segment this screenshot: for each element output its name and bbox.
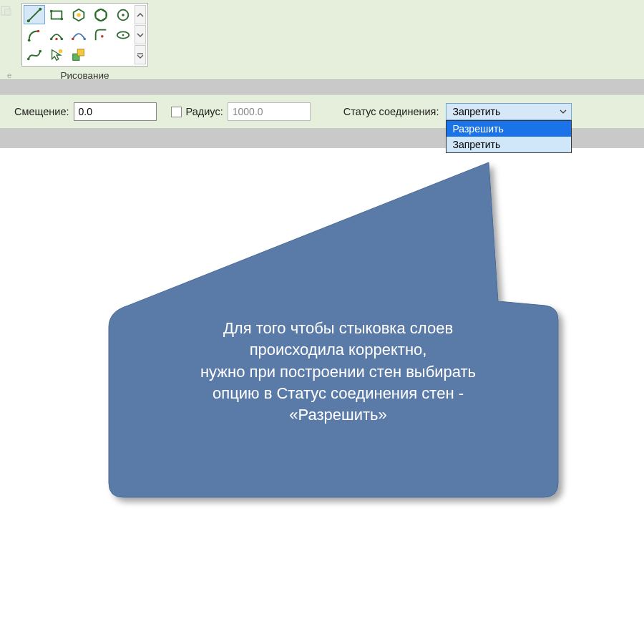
arc-center-icon	[49, 27, 64, 43]
stub-letter: e	[0, 71, 19, 79]
expand-palette[interactable]	[135, 45, 146, 64]
svg-point-16	[50, 37, 53, 40]
chevron-down-icon	[560, 108, 567, 115]
line-icon	[26, 7, 42, 23]
dim-group-icon	[0, 4, 14, 19]
panel-label: Рисование	[61, 67, 109, 81]
svg-rect-1	[5, 9, 11, 15]
tool-arc-center[interactable]	[46, 25, 67, 44]
svg-point-7	[61, 17, 64, 20]
callout-text: Для того чтобы стыковка слоев происходил…	[125, 318, 551, 426]
combo-option-deny[interactable]: Запретить	[447, 137, 571, 152]
svg-point-13	[122, 14, 125, 16]
chevron-up-icon	[137, 11, 144, 19]
svg-point-18	[55, 37, 58, 40]
svg-rect-5	[52, 11, 62, 19]
svg-point-6	[50, 9, 53, 12]
svg-point-20	[83, 37, 86, 40]
callout-line1: Для того чтобы стыковка слоев	[125, 318, 551, 339]
tool-rectangle[interactable]	[46, 5, 67, 24]
offset-input[interactable]	[74, 102, 157, 121]
tool-polygon-out[interactable]	[90, 5, 112, 24]
tool-spline[interactable]	[24, 45, 45, 64]
polygon-out-icon	[93, 7, 109, 23]
combo-selected[interactable]: Запретить	[446, 103, 572, 120]
scroll-down[interactable]	[135, 25, 146, 44]
svg-point-9	[77, 13, 81, 17]
combo-value: Запретить	[452, 106, 500, 117]
callout-line2: происходила корректно,	[125, 339, 551, 361]
svg-point-14	[28, 39, 31, 42]
tool-arc-start[interactable]	[24, 25, 45, 44]
options-bar: Смещение: Радиус: Статус соединения: Зап…	[0, 94, 644, 128]
box-move-icon	[71, 47, 87, 63]
ribbon: e	[0, 0, 644, 80]
tool-line[interactable]	[24, 5, 45, 24]
radius-checkbox[interactable]	[171, 107, 182, 117]
arc-tangent-icon	[71, 27, 87, 43]
svg-point-25	[39, 49, 42, 52]
tool-arc-tangent[interactable]	[68, 25, 89, 44]
arc-start-icon	[26, 27, 42, 43]
pick-arrow-icon	[49, 47, 64, 63]
combo-dropdown: Разрешить Запретить	[446, 120, 572, 153]
ribbon-separator	[0, 80, 644, 94]
callout-line3: нужно при построении стен выбирать	[125, 361, 551, 383]
svg-point-23	[122, 34, 125, 36]
connection-status-combo[interactable]: Запретить Разрешить Запретить	[446, 103, 572, 120]
svg-point-19	[72, 37, 74, 40]
chevron-down-icon	[137, 31, 144, 39]
offset-label: Смещение:	[14, 106, 69, 117]
tool-palette	[21, 3, 148, 67]
svg-point-3	[27, 19, 30, 22]
ellipse-icon	[115, 27, 131, 43]
svg-line-2	[29, 9, 41, 21]
spline-icon	[26, 47, 42, 63]
tool-circle[interactable]	[112, 5, 134, 24]
fillet-icon	[93, 27, 109, 43]
callout-line5: «Разрешить»	[125, 404, 551, 426]
tool-polygon-in[interactable]	[68, 5, 89, 24]
draw-panel: Рисование	[19, 0, 151, 79]
callout-line4: опцию в Статус соединения стен -	[125, 383, 551, 404]
radius-label: Радиус:	[186, 106, 223, 117]
svg-point-15	[37, 29, 40, 32]
scroll-up[interactable]	[135, 5, 146, 24]
combo-option-allow[interactable]: Разрешить	[447, 121, 571, 137]
tool-box-move[interactable]	[68, 45, 89, 64]
menu-bar-icon	[137, 52, 144, 59]
svg-point-26	[59, 49, 63, 53]
svg-marker-11	[96, 9, 107, 21]
svg-point-10	[95, 9, 107, 21]
svg-point-4	[39, 7, 42, 10]
polygon-in-icon	[71, 7, 87, 23]
svg-point-24	[27, 57, 30, 60]
svg-rect-28	[77, 49, 84, 55]
circle-icon	[115, 7, 131, 23]
tool-pick[interactable]	[46, 45, 67, 64]
tool-fillet[interactable]	[90, 25, 112, 44]
radius-input	[228, 102, 311, 121]
ribbon-stub: e	[0, 0, 19, 79]
tool-ellipse[interactable]	[112, 25, 134, 44]
svg-point-17	[61, 37, 64, 40]
svg-point-21	[101, 35, 104, 38]
rectangle-icon	[49, 7, 64, 23]
connection-status-label: Статус соединения:	[343, 106, 439, 117]
